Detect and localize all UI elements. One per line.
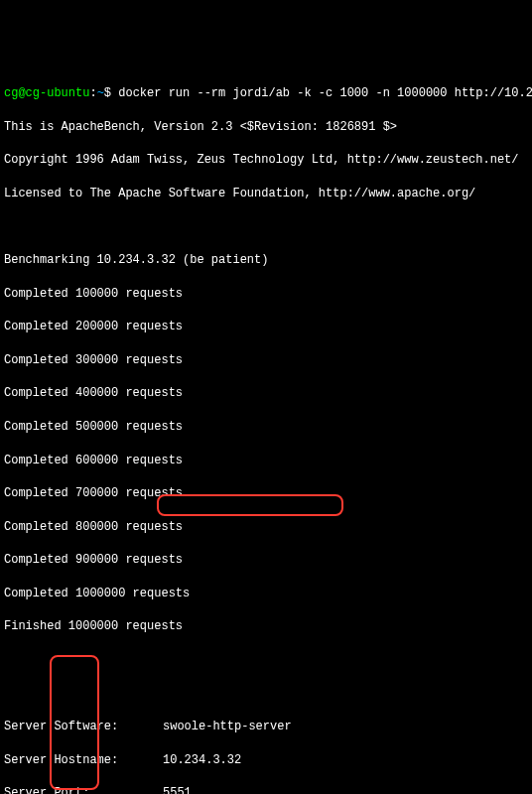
progress-line: Completed 500000 requests [4,419,528,436]
header-line-1: This is ApacheBench, Version 2.3 <$Revis… [4,119,528,136]
terminal-output[interactable]: cg@cg-ubuntu:~$ docker run --rm jordi/ab… [0,66,532,794]
kv-value: 10.234.3.32 [163,753,241,767]
progress-line: Completed 600000 requests [4,453,528,469]
prompt-line[interactable]: cg@cg-ubuntu:~$ docker run --rm jordi/ab… [4,85,528,102]
kv-value: 5551 [163,786,192,794]
kv-row: Server Port:5551 [4,785,528,794]
header-line-3: Licensed to The Apache Software Foundati… [4,186,528,202]
benchmarking-line: Benchmarking 10.234.3.32 (be patient) [4,252,528,269]
kv-key: Server Software: [4,719,163,735]
kv-row: Server Software:swoole-http-server [4,719,528,735]
progress-line: Completed 300000 requests [4,352,528,369]
kv-key: Server Hostname: [4,752,163,769]
header-line-2: Copyright 1996 Adam Twiss, Zeus Technolo… [4,152,528,169]
progress-line: Finished 1000000 requests [4,618,528,635]
progress-line: Completed 800000 requests [4,519,528,536]
prompt-path: ~ [97,86,104,100]
progress-line: Completed 400000 requests [4,385,528,402]
command-text: docker run --rm jordi/ab -k -c 1000 -n 1… [118,86,532,100]
prompt-sigil: $ [104,86,111,100]
progress-line: Completed 100000 requests [4,286,528,303]
progress-line: Completed 1000000 requests [4,586,528,602]
progress-line: Completed 900000 requests [4,552,528,569]
progress-line: Completed 200000 requests [4,319,528,335]
prompt-sep: : [89,86,96,100]
kv-row: Server Hostname:10.234.3.32 [4,752,528,769]
kv-value: swoole-http-server [163,720,292,733]
prompt-user: cg@cg-ubuntu [4,86,89,100]
kv-key: Server Port: [4,785,163,794]
progress-line: Completed 700000 requests [4,485,528,502]
